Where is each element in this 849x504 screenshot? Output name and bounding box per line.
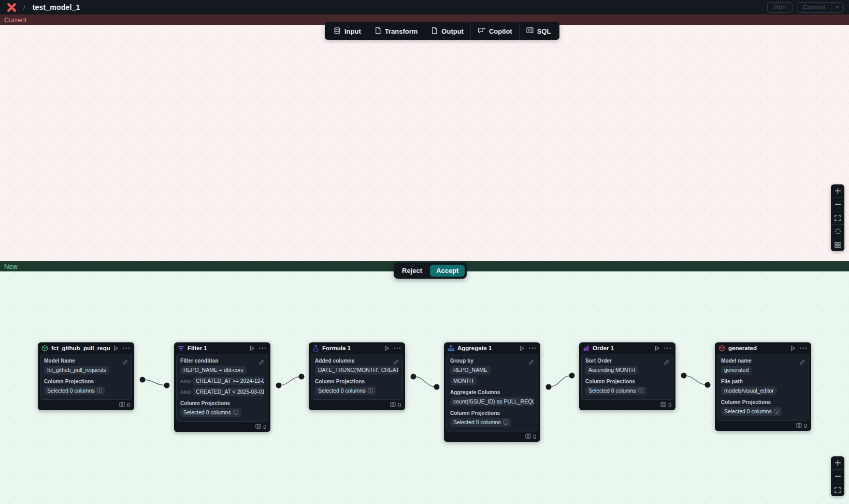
node-order-1[interactable]: Order 1 ··· Sort OrderAscending MONTHCol… (579, 342, 675, 410)
node-section: Column ProjectionsSelected 0 columnsⓘ (180, 400, 264, 417)
info-icon[interactable]: ⓘ (503, 420, 509, 425)
row-count: 0 (263, 424, 266, 430)
edit-icon[interactable] (258, 358, 264, 367)
pill-text: count(ISSUE_ID) as PULL_REQUEST_… (453, 398, 534, 405)
value-pill[interactable]: Selected 0 columnsⓘ (315, 386, 376, 395)
canvas-current[interactable] (0, 25, 849, 261)
node-aggregate-1[interactable]: Aggregate 1 ··· Group byREPO_NAMEMONTHAg… (444, 342, 540, 442)
node-section: Filter conditionREPO_NAME = dbt-coreANDC… (180, 358, 264, 396)
node-title: Aggregate 1 (457, 345, 516, 351)
value-pill[interactable]: MONTH (450, 377, 477, 385)
run-node-icon[interactable] (113, 345, 119, 351)
section-label: Column Projections (180, 400, 264, 406)
info-icon[interactable]: ⓘ (368, 388, 373, 394)
reject-button[interactable]: Reject (396, 265, 428, 277)
value-pill[interactable]: REPO_NAME = dbt-core (180, 366, 247, 375)
toolbar-input-button[interactable]: Input (327, 22, 368, 40)
zoom-in-button[interactable] (831, 184, 844, 198)
pill-text: Selected 0 columns (318, 387, 366, 394)
value-pill[interactable]: Selected 0 columnsⓘ (585, 386, 646, 395)
columns-icon (796, 423, 802, 429)
node-title: Filter 1 (188, 345, 246, 351)
toolbar-output-button[interactable]: Output (424, 22, 470, 40)
value-pill[interactable]: models/visual_editor (721, 386, 777, 395)
edit-icon[interactable] (122, 358, 128, 367)
fit-view-button[interactable] (831, 211, 844, 225)
value-pill[interactable]: Selected 0 columnsⓘ (180, 408, 241, 417)
edit-icon[interactable] (799, 358, 805, 367)
node-menu-icon[interactable]: ··· (394, 345, 401, 351)
document-icon (375, 27, 381, 36)
node-section: Column ProjectionsSelected 0 columnsⓘ (315, 379, 399, 395)
section-label: Added columns (315, 358, 399, 364)
run-node-icon[interactable] (654, 345, 660, 351)
edit-icon[interactable] (528, 358, 534, 367)
node-menu-icon[interactable]: ··· (259, 345, 267, 351)
node-formula-1[interactable]: Formula 1 ··· Added columnsDATE_TRUNC('M… (309, 342, 405, 410)
node-section: Sort OrderAscending MONTH (585, 358, 669, 375)
node-section: File pathmodels/visual_editor (721, 379, 805, 395)
info-icon[interactable]: ⓘ (97, 388, 103, 394)
edit-icon[interactable] (393, 358, 399, 367)
value-pill[interactable]: Ascending MONTH (585, 366, 638, 375)
node-menu-icon[interactable]: ··· (529, 345, 537, 351)
minimap-button[interactable] (831, 238, 844, 251)
node-menu-icon[interactable]: ··· (664, 345, 672, 351)
breadcrumb-separator: / (23, 4, 25, 11)
row-count: 0 (668, 402, 671, 408)
node-toolbar: Input Transform Output Copilot SQL (325, 22, 559, 40)
zoom-out-button[interactable] (831, 470, 844, 483)
value-pill[interactable]: fct_github_pull_requests (44, 366, 109, 375)
node-fct_github_pull_requests[interactable]: fct_github_pull_requests ··· Model Namef… (38, 342, 134, 410)
run-node-icon[interactable] (519, 345, 525, 351)
accept-button[interactable]: Accept (430, 265, 465, 277)
node-header[interactable]: Aggregate 1 ··· (444, 342, 540, 354)
value-pill[interactable]: Selected 0 columnsⓘ (44, 386, 105, 395)
toolbar-transform-button[interactable]: Transform (368, 22, 425, 40)
node-section: Model Namefct_github_pull_requests (44, 358, 128, 375)
app-logo-icon[interactable] (7, 3, 17, 12)
node-header[interactable]: fct_github_pull_requests ··· (38, 342, 134, 354)
node-filter-1[interactable]: Filter 1 ··· Filter conditionREPO_NAME =… (174, 342, 270, 432)
zoom-out-button[interactable] (831, 198, 844, 211)
node-header[interactable]: Formula 1 ··· (309, 342, 405, 354)
zoom-in-button[interactable] (831, 456, 844, 470)
node-section: Group byREPO_NAMEMONTH (450, 358, 534, 385)
value-pill[interactable]: REPO_NAME (450, 366, 491, 375)
toolbar-copilot-button[interactable]: Copilot (471, 22, 519, 40)
value-pill[interactable]: count(ISSUE_ID) as PULL_REQUEST_… (450, 397, 534, 406)
node-header[interactable]: generated ··· (715, 342, 811, 354)
node-card: Filter conditionREPO_NAME = dbt-coreANDC… (176, 354, 268, 422)
commit-button[interactable]: Commit (797, 3, 831, 12)
run-node-icon[interactable] (384, 345, 390, 351)
pill-text: Selected 0 columns (453, 419, 501, 426)
value-pill[interactable]: Selected 0 columnsⓘ (721, 407, 782, 416)
node-header[interactable]: Filter 1 ··· (174, 342, 270, 354)
edit-icon[interactable] (664, 358, 669, 367)
section-label: Model name (721, 358, 805, 364)
info-icon[interactable]: ⓘ (638, 388, 644, 394)
run-button[interactable]: Run (767, 2, 793, 13)
node-card: Sort OrderAscending MONTHColumn Projecti… (581, 354, 673, 400)
fit-view-button[interactable] (831, 483, 844, 496)
run-node-icon[interactable] (790, 345, 796, 351)
node-generated[interactable]: generated ··· Model namegeneratedFile pa… (715, 342, 811, 431)
commit-dropdown-button[interactable] (831, 3, 843, 12)
row-count: 0 (127, 402, 130, 408)
node-title: Formula 1 (322, 345, 381, 351)
value-pill[interactable]: CREATED_AT >= 2024-12-01 (193, 377, 264, 385)
info-icon[interactable]: ⓘ (233, 410, 239, 415)
pill-text: REPO_NAME = dbt-core (183, 367, 243, 373)
node-header[interactable]: Order 1 ··· (579, 342, 675, 354)
toolbar-sql-button[interactable]: SQL (520, 22, 558, 40)
value-pill[interactable]: Selected 0 columnsⓘ (450, 418, 511, 427)
value-pill[interactable]: generated (721, 366, 752, 375)
info-icon[interactable]: ⓘ (774, 409, 780, 414)
node-card: Added columnsDATE_TRUNC('MONTH', CREATED… (311, 354, 403, 400)
locate-button[interactable] (831, 225, 844, 238)
value-pill[interactable]: DATE_TRUNC('MONTH', CREATED_AT… (315, 366, 399, 375)
value-pill[interactable]: CREATED_AT < 2025-03-01 (193, 387, 264, 396)
run-node-icon[interactable] (249, 345, 255, 351)
node-menu-icon[interactable]: ··· (123, 345, 131, 351)
node-menu-icon[interactable]: ··· (800, 345, 808, 351)
